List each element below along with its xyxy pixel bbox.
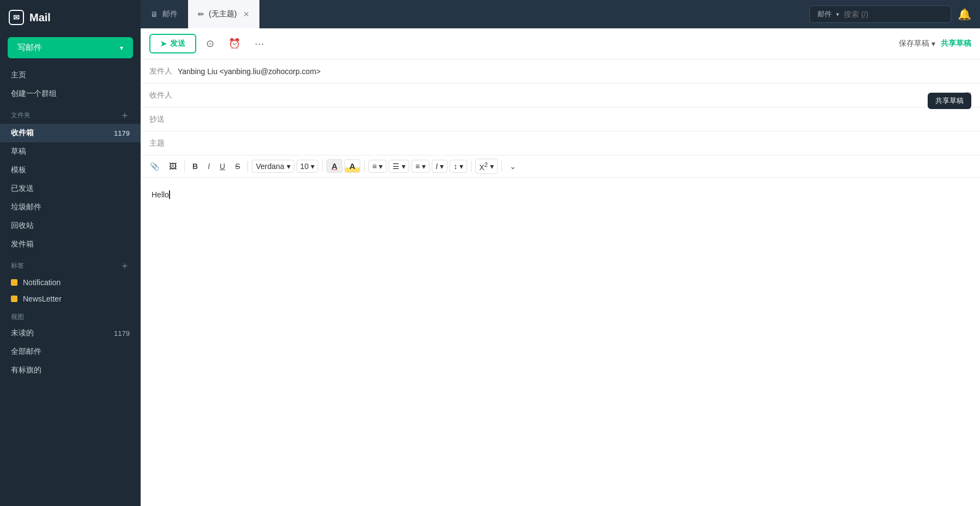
search-input[interactable] xyxy=(844,10,943,19)
sidebar-item-sent[interactable]: 已发送 xyxy=(0,179,141,198)
share-draft-tooltip: 共享草稿 xyxy=(928,93,971,109)
list-select[interactable]: ☰ ▾ xyxy=(389,160,409,173)
sidebar-item-inbox[interactable]: 收件箱 1179 xyxy=(0,124,141,142)
sidebar-item-notification[interactable]: Notification xyxy=(0,274,141,291)
sidebar-item-drafts[interactable]: 草稿 xyxy=(0,142,141,161)
from-value: Yanbing Liu <yanbing.liu@zohocorp.com> xyxy=(178,67,971,76)
more-icon: ⋯ xyxy=(255,38,264,49)
trash-label: 回收站 xyxy=(11,221,34,231)
sent-label: 已发送 xyxy=(11,184,34,194)
bold-icon: B xyxy=(192,162,198,171)
templates-label: 模板 xyxy=(11,165,26,175)
tags-section-title: 标签 ＋ xyxy=(0,254,141,274)
align-select[interactable]: ≡ ▾ xyxy=(368,160,386,173)
add-folder-icon[interactable]: ＋ xyxy=(120,109,130,122)
font-name-select[interactable]: Verdana ▾ xyxy=(252,160,294,173)
strikethrough-button[interactable]: S xyxy=(231,160,244,173)
notification-bell-icon[interactable]: 🔔 xyxy=(958,8,971,21)
sidebar-item-unread[interactable]: 未读的 1179 xyxy=(0,324,141,342)
newsletter-dot xyxy=(11,296,17,302)
font-size-select[interactable]: 10 ▾ xyxy=(297,160,319,173)
font-highlight-icon: A xyxy=(349,161,355,171)
cc-field[interactable]: 抄送 xyxy=(141,107,980,131)
folders-label: 文件夹 xyxy=(11,111,31,120)
sidebar-item-flagged[interactable]: 有标旗的 xyxy=(0,361,141,380)
superscript-icon: X2 xyxy=(479,161,488,172)
spam-label: 垃圾邮件 xyxy=(11,202,41,212)
text-cursor xyxy=(169,190,170,199)
underline-button[interactable]: U xyxy=(216,160,229,173)
sidebar-item-newsletter[interactable]: NewsLetter xyxy=(0,291,141,307)
compose-arrow: ▾ xyxy=(120,44,123,52)
italic-icon: I xyxy=(208,162,210,171)
font-size-value: 10 xyxy=(300,162,309,171)
unread-badge: 1179 xyxy=(114,329,130,338)
views-label: 视图 xyxy=(11,312,24,322)
toolbar-divider-4 xyxy=(364,161,365,172)
font-color-button[interactable]: A xyxy=(326,159,342,173)
text-dir-select[interactable]: I ▾ xyxy=(432,160,447,173)
font-highlight-button[interactable]: A xyxy=(344,159,360,173)
sidebar-item-home[interactable]: 主页 xyxy=(0,66,141,85)
save-draft-button[interactable]: 保存草稿 ▾ xyxy=(899,39,935,49)
tab-bar: 🖥 邮件 ✏ (无主题) ✕ 邮件 ▾ 🔔 xyxy=(141,0,980,28)
align-icon: ≡ xyxy=(372,162,377,171)
insert-image-button[interactable]: 🖼 xyxy=(165,160,180,173)
line-spacing-arrow: ▾ xyxy=(459,162,463,171)
superscript-select[interactable]: X2 ▾ xyxy=(475,159,498,174)
bold-button[interactable]: B xyxy=(189,160,202,173)
sidebar-item-templates[interactable]: 模板 xyxy=(0,161,141,179)
schedule-button[interactable]: ⏰ xyxy=(224,35,245,52)
attach-file-button[interactable]: 📎 xyxy=(146,160,163,173)
top-right-area: 邮件 ▾ 🔔 xyxy=(801,5,980,23)
toolbar-divider-1 xyxy=(184,161,185,172)
sidebar-item-all-mail[interactable]: 全部邮件 xyxy=(0,342,141,361)
line-spacing-select[interactable]: ↕ ▾ xyxy=(450,160,467,173)
newsletter-label: NewsLetter xyxy=(23,294,62,303)
email-body[interactable]: Hello xyxy=(141,178,980,506)
list-icon: ☰ xyxy=(392,162,400,171)
attach-icon: 📎 xyxy=(150,162,159,171)
to-label: 收件人 xyxy=(149,91,178,100)
more-format-button[interactable]: ⌄ xyxy=(506,160,520,173)
cc-input[interactable] xyxy=(178,115,971,124)
send-button[interactable]: ➤ 发送 xyxy=(149,34,196,53)
to-field[interactable]: 收件人 密 xyxy=(141,83,980,107)
share-draft-button[interactable]: 共享草稿 xyxy=(941,39,971,49)
toolbar-divider-2 xyxy=(247,161,248,172)
send-icon: ➤ xyxy=(160,39,167,48)
save-draft-label: 保存草稿 xyxy=(899,39,929,49)
subject-field[interactable]: 主题 xyxy=(141,131,980,155)
font-name-value: Verdana xyxy=(256,162,284,171)
sidebar-item-trash[interactable]: 回收站 xyxy=(0,216,141,235)
save-later-button[interactable]: ⊙ xyxy=(202,35,219,52)
tooltip-text: 共享草稿 xyxy=(935,97,964,105)
text-dir-icon: I xyxy=(435,162,438,171)
indent-icon: ≡ xyxy=(415,162,420,171)
add-tag-icon[interactable]: ＋ xyxy=(120,259,130,272)
sidebar-item-outbox[interactable]: 发件箱 xyxy=(0,235,141,254)
indent-select[interactable]: ≡ ▾ xyxy=(412,160,429,173)
compose-toolbar: ➤ 发送 ⊙ ⏰ ⋯ 保存草稿 ▾ 共享草稿 xyxy=(141,28,980,59)
from-field: 发件人 Yanbing Liu <yanbing.liu@zohocorp.co… xyxy=(141,59,980,83)
compose-button[interactable]: 写邮件 ▾ xyxy=(8,37,133,58)
format-toolbar: 📎 🖼 B I U S Verdana ▾ xyxy=(141,155,980,178)
all-mail-label: 全部邮件 xyxy=(11,347,41,357)
search-bar[interactable]: 邮件 ▾ xyxy=(809,5,951,23)
superscript-arrow: ▾ xyxy=(490,162,494,171)
font-size-arrow: ▾ xyxy=(311,162,314,171)
share-draft-label: 共享草稿 xyxy=(941,39,971,47)
more-options-button[interactable]: ⋯ xyxy=(250,35,269,52)
sidebar-item-spam[interactable]: 垃圾邮件 xyxy=(0,198,141,216)
font-name-arrow: ▾ xyxy=(287,162,291,171)
subject-input[interactable] xyxy=(178,139,971,148)
compose-area: ➤ 发送 ⊙ ⏰ ⋯ 保存草稿 ▾ 共享草稿 xyxy=(141,28,980,506)
app-header: ✉ Mail xyxy=(0,0,141,35)
tab-compose[interactable]: ✏ (无主题) ✕ xyxy=(188,0,260,28)
italic-button[interactable]: I xyxy=(204,160,214,173)
tab-mail[interactable]: 🖥 邮件 xyxy=(141,0,188,28)
tags-label: 标签 xyxy=(11,261,24,270)
compose-tab-close[interactable]: ✕ xyxy=(243,10,250,19)
sidebar-item-create-group[interactable]: 创建一个群组 xyxy=(0,85,141,103)
to-input[interactable] xyxy=(178,91,964,100)
